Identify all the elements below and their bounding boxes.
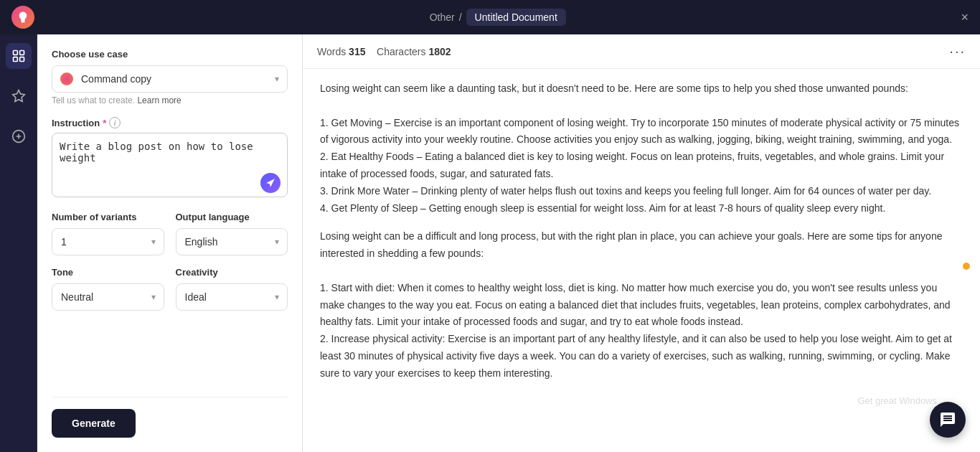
- language-label: Output language: [176, 212, 288, 222]
- info-icon: i: [109, 117, 121, 128]
- sidebar-template-icon[interactable]: [6, 123, 32, 149]
- content-paragraph-1: Losing weight can seem like a daunting t…: [320, 80, 963, 217]
- instruction-section: Instruction * i: [52, 117, 288, 200]
- svg-rect-0: [13, 51, 17, 55]
- required-star: *: [103, 118, 106, 128]
- watermark: Get great Windows: [857, 393, 937, 409]
- variants-section: Number of variants 1 2 3 ▾: [52, 212, 164, 255]
- use-case-select-wrapper: Command copy ▾: [52, 65, 288, 93]
- svg-rect-1: [19, 51, 24, 55]
- use-case-section: Choose use case Command copy ▾ Tell us w…: [52, 49, 288, 105]
- language-select-wrapper: English French Spanish ▾: [176, 228, 288, 255]
- tone-section: Tone Neutral Formal Casual ▾: [52, 267, 164, 311]
- use-case-icon: [60, 72, 73, 85]
- variants-label: Number of variants: [52, 212, 164, 222]
- instruction-label: Instruction * i: [52, 117, 288, 128]
- icon-sidebar: [0, 34, 37, 452]
- logo-area: [11, 6, 34, 29]
- use-case-select[interactable]: Command copy: [52, 65, 288, 93]
- main-layout: Choose use case Command copy ▾ Tell us w…: [0, 34, 980, 452]
- sidebar-ai-icon[interactable]: [6, 83, 32, 109]
- use-case-label: Choose use case: [52, 49, 288, 60]
- help-text: Tell us what to create. Learn more: [52, 95, 288, 105]
- doc-title[interactable]: Untitled Document: [466, 9, 566, 26]
- creativity-section: Creativity Ideal Low High ▾: [176, 267, 288, 311]
- svg-rect-3: [19, 57, 24, 62]
- chat-button[interactable]: [930, 402, 966, 438]
- tone-label: Tone: [52, 267, 164, 278]
- breadcrumb-separator: /: [459, 11, 462, 23]
- generate-section: Generate: [52, 397, 288, 438]
- content-body: Losing weight can seem like a daunting t…: [303, 69, 980, 452]
- content-header: Words 315 Characters 1802 ···: [303, 34, 980, 69]
- instruction-input[interactable]: [52, 133, 288, 197]
- left-panel: Choose use case Command copy ▾ Tell us w…: [37, 34, 303, 452]
- learn-more-link[interactable]: Learn more: [137, 95, 181, 105]
- language-select[interactable]: English French Spanish: [176, 228, 288, 255]
- variants-select[interactable]: 1 2 3: [52, 228, 164, 255]
- close-button[interactable]: ×: [961, 10, 969, 25]
- sidebar-use-case-icon[interactable]: [6, 43, 32, 69]
- creativity-select[interactable]: Ideal Low High: [176, 283, 288, 311]
- dot-indicator-1: [963, 263, 970, 270]
- breadcrumb: Other / Untitled Document: [430, 9, 566, 26]
- svg-rect-2: [13, 57, 17, 62]
- content-paragraph-2: Losing weight can be a difficult and lon…: [320, 228, 963, 382]
- breadcrumb-prefix: Other: [430, 11, 455, 23]
- word-count: Words 315 Characters 1802: [317, 46, 451, 57]
- instruction-textarea-wrapper: [52, 133, 288, 200]
- creativity-label: Creativity: [176, 267, 288, 278]
- app-logo: [11, 6, 34, 29]
- language-section: Output language English French Spanish ▾: [176, 212, 288, 255]
- creativity-select-wrapper: Ideal Low High ▾: [176, 283, 288, 311]
- generate-button[interactable]: Generate: [52, 409, 136, 438]
- tone-select[interactable]: Neutral Formal Casual: [52, 283, 164, 311]
- right-panel: Words 315 Characters 1802 ··· Losing wei…: [303, 34, 980, 452]
- more-options-button[interactable]: ···: [949, 43, 966, 60]
- tone-creativity-row: Tone Neutral Formal Casual ▾ Creativity …: [52, 267, 288, 311]
- variants-language-row: Number of variants 1 2 3 ▾ Output langua…: [52, 212, 288, 255]
- svg-marker-4: [12, 90, 24, 102]
- tone-select-wrapper: Neutral Formal Casual ▾: [52, 283, 164, 311]
- variants-select-wrapper: 1 2 3 ▾: [52, 228, 164, 255]
- top-bar: Other / Untitled Document ×: [0, 0, 980, 34]
- send-button[interactable]: [260, 173, 281, 193]
